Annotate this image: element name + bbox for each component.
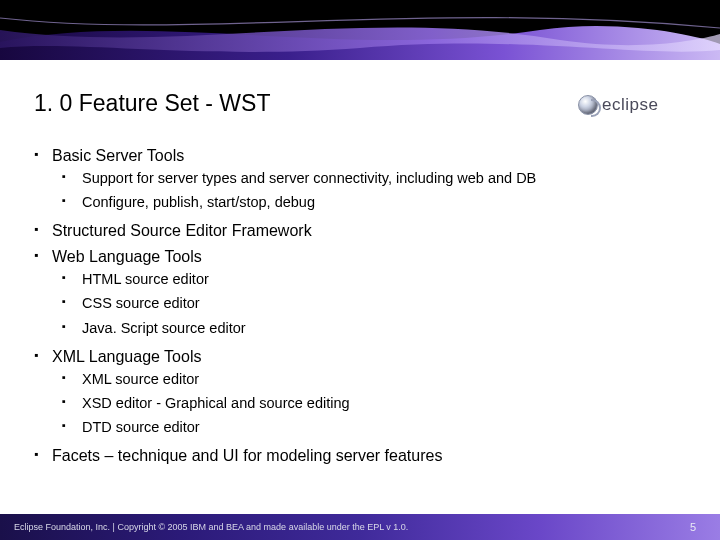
page-number: 5	[690, 521, 696, 533]
bullet-level2: DTD source editor	[62, 418, 684, 436]
header-swoosh	[0, 0, 720, 60]
logo-text: eclipse	[602, 95, 658, 115]
bullet-level1: Structured Source Editor Framework	[34, 221, 684, 241]
eclipse-logo: eclipse	[578, 90, 698, 120]
bullet-level2: XSD editor - Graphical and source editin…	[62, 394, 684, 412]
header-bar	[0, 0, 720, 60]
bullet-level2: CSS source editor	[62, 294, 684, 312]
bullet-level2: Java. Script source editor	[62, 319, 684, 337]
slide-title: 1. 0 Feature Set - WST	[34, 90, 270, 117]
bullet-level2: XML source editor	[62, 370, 684, 388]
bullet-level1: XML Language Tools	[34, 347, 684, 367]
bullet-level1: Web Language Tools	[34, 247, 684, 267]
bullet-level2: Support for server types and server conn…	[62, 169, 684, 187]
footer-bar: Eclipse Foundation, Inc. | Copyright © 2…	[0, 514, 720, 540]
bullet-level2: HTML source editor	[62, 270, 684, 288]
eclipse-orb-icon	[578, 95, 598, 115]
bullet-level1: Facets – technique and UI for modeling s…	[34, 446, 684, 466]
slide-body: Basic Server ToolsSupport for server typ…	[34, 140, 684, 466]
bullet-level1: Basic Server Tools	[34, 146, 684, 166]
bullet-level2: Configure, publish, start/stop, debug	[62, 193, 684, 211]
footer-text: Eclipse Foundation, Inc. | Copyright © 2…	[14, 522, 408, 532]
